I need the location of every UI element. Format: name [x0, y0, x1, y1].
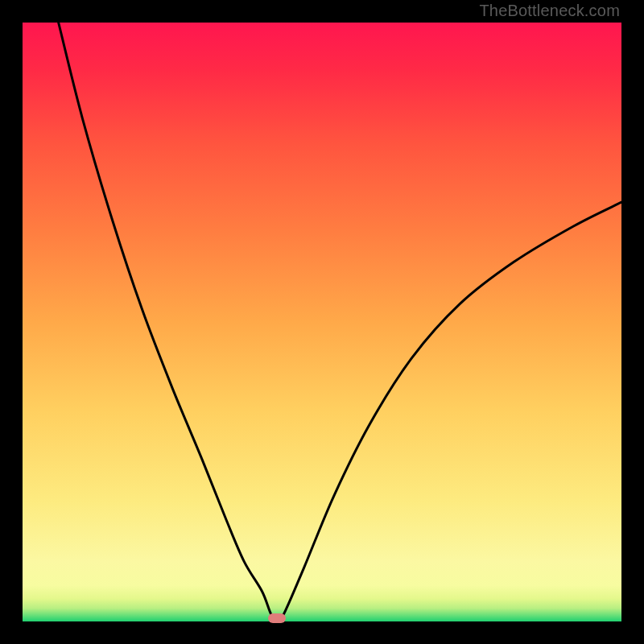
optimum-marker — [268, 613, 286, 623]
watermark-text: TheBottleneck.com — [479, 2, 620, 20]
chart-frame: TheBottleneck.com — [0, 0, 644, 644]
plot-area — [23, 23, 621, 621]
bottleneck-curve — [23, 23, 621, 621]
